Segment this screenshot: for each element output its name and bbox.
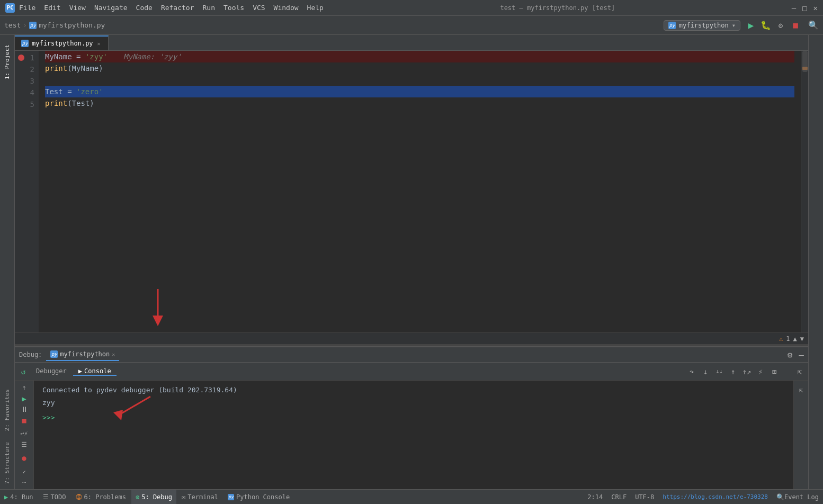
file-tab-name: myfirstpython.py	[32, 40, 93, 47]
status-debug[interactable]: ⚙ 5: Debug	[131, 490, 176, 504]
editor-scrollbar[interactable]	[801, 51, 808, 332]
scroll-thumb[interactable]	[802, 51, 808, 72]
menu-bar: File Edit View Navigate Code Refactor Ru…	[19, 4, 324, 12]
menu-view[interactable]: View	[69, 4, 86, 12]
debug-step-into-my-code-btn[interactable]: ↓↓	[713, 365, 726, 378]
run-config[interactable]: py myfirstpython ▾	[664, 20, 740, 31]
debug-file-name: myfirstpython	[60, 350, 110, 358]
status-todo-label: TODO	[51, 493, 66, 501]
window-controls: — □ ✕	[792, 4, 818, 12]
sidebar-tab-favorites[interactable]: 2: Favorites	[2, 384, 13, 436]
status-terminal[interactable]: ✉ Terminal	[177, 490, 222, 504]
line-num-3: 3	[17, 75, 34, 87]
debug-button[interactable]: 🐛	[759, 19, 772, 32]
debug-run-to-cursor-btn[interactable]: ↑↗	[740, 365, 753, 378]
warning-nav-up-button[interactable]: ▲	[793, 335, 797, 343]
status-event-log-label: Event Log	[784, 493, 819, 501]
coverage-button[interactable]: ⚙	[774, 19, 787, 32]
debug-evaluate-btn[interactable]: ⚡	[754, 365, 767, 378]
debug-tab-debugger[interactable]: Debugger	[31, 367, 72, 376]
menu-file[interactable]: File	[19, 4, 35, 12]
event-log-icon: 🔍	[776, 493, 784, 501]
toolbar: test › py myfirstpython.py py myfirstpyt…	[0, 16, 823, 35]
minimize-button[interactable]: —	[792, 4, 796, 12]
breadcrumb-file[interactable]: myfirstpython.py	[39, 21, 105, 29]
sidebar-tab-project[interactable]: 1: Project	[2, 39, 13, 85]
debug-step-into-btn[interactable]: ↓	[699, 365, 712, 378]
debug-right-controls: ⇱	[793, 381, 808, 489]
debug-settings-right-btn[interactable]: ⇱	[794, 383, 809, 398]
code-line-5: print ( Test )	[45, 97, 794, 109]
debug-more-btn[interactable]: ⋯	[17, 477, 32, 487]
code-body[interactable]: MyName = 'zyy' MyName: 'zyy' print ( MyN…	[39, 51, 801, 332]
status-todo[interactable]: ☰ TODO	[39, 490, 70, 504]
breadcrumb-project[interactable]: test	[4, 21, 21, 29]
status-problems[interactable]: ⓺ 6: Problems	[71, 490, 130, 504]
status-url[interactable]: https://blog.csdn.net/e-730328	[658, 490, 772, 505]
debug-minimize-button[interactable]: —	[799, 350, 804, 360]
debug-step-out-btn[interactable]: ↑	[727, 365, 739, 378]
menu-tools[interactable]: Tools	[223, 4, 244, 12]
debug-dot-button[interactable]: ●	[17, 453, 32, 463]
menu-help[interactable]: Help	[307, 4, 324, 12]
menu-vcs[interactable]: VCS	[253, 4, 265, 12]
debug-pause-button[interactable]: ⏸	[17, 404, 32, 415]
code-token-str-4: 'zero'	[76, 86, 103, 97]
status-cursor-pos[interactable]: 2:14	[583, 490, 607, 505]
menu-window[interactable]: Window	[274, 4, 299, 12]
maximize-button[interactable]: □	[802, 4, 807, 12]
debug-tab-console[interactable]: ▶ Console	[73, 367, 117, 376]
code-token-var-1: MyName	[45, 51, 72, 62]
code-line-4: Test = 'zero'	[45, 86, 794, 97]
debug-resume-button[interactable]: ▶	[17, 394, 32, 404]
status-python-console-label: Python Console	[236, 493, 290, 501]
python-console-icon: py	[228, 494, 234, 500]
stop-button[interactable]: ■	[789, 19, 802, 32]
line-num-4: 4	[17, 87, 34, 98]
title-bar-left: PC File Edit View Navigate Code Refactor…	[5, 3, 324, 13]
warning-nav-down-button[interactable]: ▼	[800, 335, 804, 343]
debug-settings-btn2[interactable]: ☰	[17, 439, 32, 449]
code-line-2: print ( MyName )	[45, 62, 794, 74]
status-debug-label: 5: Debug	[141, 493, 172, 501]
debug-file-tab[interactable]: py myfirstpython ✕	[46, 348, 119, 361]
menu-edit[interactable]: Edit	[44, 4, 60, 12]
todo-icon: ☰	[43, 493, 49, 501]
debug-file-tab-close[interactable]: ✕	[112, 352, 115, 357]
menu-code[interactable]: Code	[136, 4, 153, 12]
status-python-console[interactable]: py Python Console	[223, 490, 294, 504]
close-button[interactable]: ✕	[813, 4, 818, 12]
breakpoint-1[interactable]	[18, 55, 24, 61]
status-event-log[interactable]: 🔍 Event Log	[772, 490, 823, 505]
code-editor[interactable]: 1 2 3 4 5 MyName = 'zyy' MyName: 'zyy' p	[15, 51, 808, 332]
search-icon[interactable]: 🔍	[808, 20, 819, 30]
status-encoding[interactable]: UTF-8	[631, 490, 658, 505]
menu-navigate[interactable]: Navigate	[94, 4, 128, 12]
debug-grid-btn[interactable]: ⊞	[768, 365, 781, 378]
status-run[interactable]: ▶ 4: Run	[0, 490, 38, 504]
code-token-paren-close-5: )	[90, 97, 94, 109]
debug-rerun-button[interactable]: ↩⚡	[17, 429, 32, 439]
console-output-area[interactable]: Connected to pydev debugger (build 202.7…	[34, 381, 793, 489]
menu-run[interactable]: Run	[203, 4, 215, 12]
console-tab-icon: ▶	[78, 367, 82, 375]
code-token-paren-close-2: )	[99, 62, 103, 74]
file-tab-myfirstpython[interactable]: py myfirstpython.py ✕	[15, 35, 109, 50]
status-line-ending[interactable]: CRLF	[607, 490, 631, 505]
run-button[interactable]: ▶	[745, 19, 757, 32]
breadcrumb: test › py myfirstpython.py	[4, 21, 105, 29]
sidebar-tab-structure[interactable]: 7: Structure	[2, 437, 13, 489]
debug-step-over-btn[interactable]: ↷	[685, 365, 698, 378]
debug-restart-button[interactable]: ↺	[17, 365, 30, 378]
debug-settings-button[interactable]: ⚙	[788, 350, 793, 360]
debug-restore-layout-btn[interactable]: ⇱	[793, 365, 806, 378]
debug-left-controls: ↑ ▶ ⏸ ■ ↩⚡ ☰ ● ↙ ⋯	[15, 381, 34, 489]
debug-body: ↑ ▶ ⏸ ■ ↩⚡ ☰ ● ↙ ⋯ Connected to pydev de…	[15, 381, 808, 489]
debug-down-nav[interactable]: ↙	[17, 466, 32, 476]
file-tab-close[interactable]: ✕	[96, 40, 102, 47]
debug-stop-button[interactable]: ■	[17, 416, 32, 426]
debug-up-button[interactable]: ↑	[17, 383, 32, 393]
menu-refactor[interactable]: Refactor	[161, 4, 194, 12]
console-prompt-line[interactable]: >>>	[42, 412, 785, 423]
code-token-eq-1: =	[72, 51, 85, 62]
